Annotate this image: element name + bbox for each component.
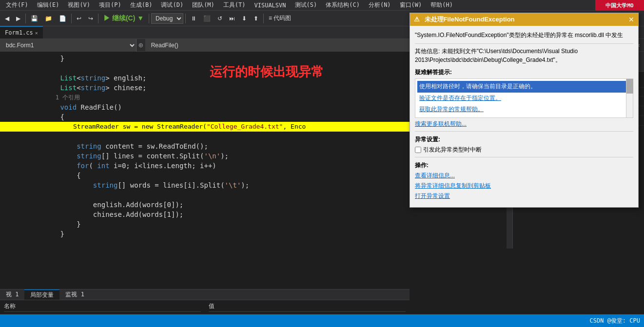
exception-info-text: 其他信息: 未能找到文件"C:\Users\tds\Documents\Visu… <box>415 47 633 64</box>
exception-settings-title: 异常设置: <box>415 135 633 144</box>
code-line: chinese.Add(words[1]); <box>0 210 507 219</box>
hints-scrollbar[interactable] <box>626 79 633 117</box>
menu-item-debug[interactable]: 调试(D) <box>157 0 187 10</box>
exception-checkbox[interactable] <box>415 147 421 153</box>
forward-btn[interactable]: ▶ <box>13 14 23 23</box>
restart-btn[interactable]: ↺ <box>215 14 225 23</box>
action-view-details[interactable]: 查看详细信息... <box>415 172 633 180</box>
back-btn[interactable]: ◀ <box>2 14 12 23</box>
sep5 <box>185 14 186 23</box>
code-line: } <box>0 229 507 239</box>
pause-btn[interactable]: ⏸ <box>188 14 199 23</box>
menu-item-arch[interactable]: 体系结构(C) <box>322 0 364 10</box>
code-line: } <box>0 219 507 229</box>
exception-close-button[interactable]: ✕ <box>628 16 634 23</box>
exception-checkbox-row: 引发此异常类型时中断 <box>415 146 633 154</box>
tab-form1cs[interactable]: Form1.cs ✕ <box>0 26 43 38</box>
line-code: } <box>23 219 507 229</box>
menu-item-view[interactable]: 视图(V) <box>64 0 94 10</box>
save-btn[interactable]: 💾 <box>28 14 41 23</box>
warning-icon: ⚠ <box>414 16 420 23</box>
status-text: CSDN @俊堂: CPU <box>590 317 640 325</box>
hints-section-title: 疑难解答提示: <box>415 68 633 77</box>
hint-item-1[interactable]: 使用相对路径时，请确保当前目录是正确的。 <box>417 81 631 93</box>
menu-item-edit[interactable]: 编辑(E) <box>33 0 63 10</box>
menu-item-window[interactable]: 窗口(W) <box>396 0 426 10</box>
line-code: chinese.Add(words[1]); <box>23 210 507 219</box>
nav-arrow-icon: ⊕ <box>137 40 145 50</box>
sep4 <box>149 14 149 23</box>
bottom-tab-watch1[interactable]: 视 1 <box>0 289 24 300</box>
menu-item-build[interactable]: 生成(B) <box>126 0 156 10</box>
step-out-btn[interactable]: ⬆ <box>251 14 261 23</box>
tab-label: Form1.cs <box>5 29 33 36</box>
status-bar: CSDN @俊堂: CPU <box>0 314 644 327</box>
menu-item-analyze[interactable]: 分析(N) <box>365 0 395 10</box>
tab-close-icon[interactable]: ✕ <box>35 30 38 36</box>
bottom-tabs: 视 1 局部变量 监视 1 <box>0 289 410 300</box>
menu-item-file[interactable]: 文件(F) <box>2 0 32 10</box>
hint-item-3[interactable]: 获取此异常的常规帮助。 <box>417 104 631 115</box>
menu-item-project[interactable]: 项目(P) <box>95 0 125 10</box>
stop-btn[interactable]: ⬛ <box>200 14 214 23</box>
hint-item-2[interactable]: 验证文件是否存在于指定位置。 <box>417 93 631 104</box>
exception-checkbox-label: 引发此异常类型时中断 <box>423 146 482 154</box>
sep1 <box>25 14 26 23</box>
exception-title-bar: ⚠ 未处理FileNotFoundException ✕ <box>410 13 638 26</box>
line-code: } <box>23 229 507 239</box>
sep3 <box>98 14 98 23</box>
exception-title-content: ⚠ 未处理FileNotFoundException <box>414 15 515 24</box>
step-into-btn[interactable]: ⬇ <box>239 14 250 23</box>
sep2 <box>71 14 72 23</box>
code-map-btn[interactable]: ≡ 代码图 <box>266 13 294 23</box>
exception-title-text: 未处理FileNotFoundException <box>425 16 515 23</box>
search-online-link[interactable]: 搜索更多联机帮助... <box>415 120 633 128</box>
bottom-tab-watch2[interactable]: 监视 1 <box>59 289 90 300</box>
exception-dialog: ⚠ 未处理FileNotFoundException ✕ "System.IO.… <box>410 13 639 208</box>
exc-divider1 <box>415 43 633 44</box>
continue-btn[interactable]: ▶ 继续(C) ▼ <box>100 13 147 24</box>
new-btn[interactable]: 📄 <box>56 14 69 23</box>
undo-btn[interactable]: ↩ <box>74 14 84 23</box>
step-over-btn[interactable]: ⏭ <box>226 14 238 23</box>
exc-divider3 <box>415 157 633 157</box>
exception-type-text: "System.IO.FileNotFoundException"类型的未经处理… <box>415 31 633 39</box>
menu-item-test[interactable]: 测试(S) <box>291 0 321 10</box>
menu-item-team[interactable]: 团队(M) <box>188 0 218 10</box>
menu-bar: 文件(F) 编辑(E) 视图(V) 项目(P) 生成(B) 调试(D) 团队(M… <box>0 0 644 11</box>
actions-title: 操作: <box>415 161 633 170</box>
open-btn[interactable]: 📁 <box>42 14 55 23</box>
redo-btn[interactable]: ↪ <box>85 14 96 23</box>
action-open-settings[interactable]: 打开异常设置 <box>415 192 633 200</box>
menu-item-help[interactable]: 帮助(H) <box>427 0 457 10</box>
hints-scroll-thumb <box>626 79 633 94</box>
sep6 <box>263 14 264 23</box>
bottom-panel: 视 1 局部变量 监视 1 名称 值 <box>0 289 410 314</box>
action-copy-details[interactable]: 将异常详细信息复制到剪贴板 <box>415 182 633 190</box>
hints-box: 使用相对路径时，请确保当前目录是正确的。 验证文件是否存在于指定位置。 获取此异… <box>415 78 633 118</box>
logo: 中国大学MO <box>595 0 644 11</box>
menu-item-tools[interactable]: 工具(T) <box>219 0 250 10</box>
exc-divider2 <box>415 131 633 132</box>
debug-mode-dropdown[interactable]: Debug <box>151 13 183 24</box>
bottom-tab-locals[interactable]: 局部变量 <box>24 289 59 300</box>
bottom-col-name-header: 名称 <box>4 302 201 312</box>
exception-body: "System.IO.FileNotFoundException"类型的未经处理… <box>410 26 638 207</box>
menu-item-visualsvn[interactable]: VISUALSVN <box>251 1 290 10</box>
nav-class-dropdown[interactable]: bdc.Form1 <box>0 39 137 52</box>
bottom-col-value-header: 值 <box>209 302 406 312</box>
